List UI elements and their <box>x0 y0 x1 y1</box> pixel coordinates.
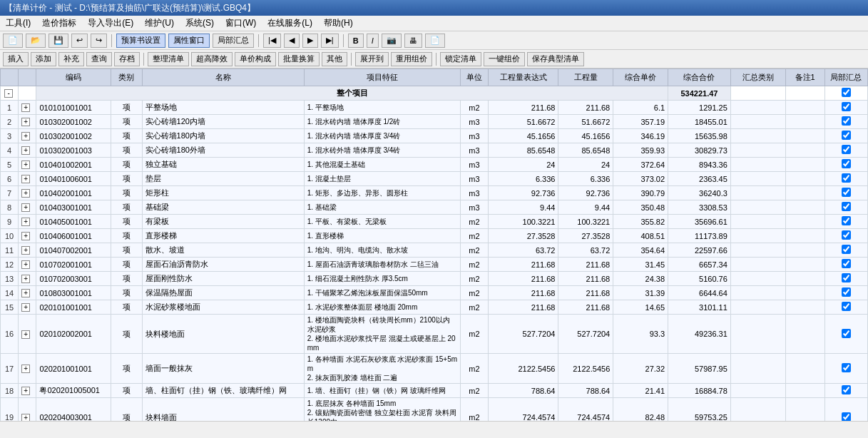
expand-button[interactable]: + <box>21 218 30 226</box>
row-unit-price[interactable]: 357.19 <box>613 115 668 129</box>
menu-item-tools[interactable]: 工具(I) <box>3 16 34 30</box>
row-feature[interactable]: 1. 墙、柱面钉（挂）钢（铁）网 玻璃纤维网 <box>304 384 460 398</box>
row-code[interactable]: 020201001001 <box>36 354 111 384</box>
row-expression[interactable]: 45.1656 <box>488 129 558 143</box>
expand-button[interactable]: + <box>21 103 30 112</box>
expand-to-button[interactable]: 展开到 <box>355 52 389 66</box>
row-total-type[interactable] <box>730 186 785 200</box>
row-code[interactable]: 010702003001 <box>36 272 111 286</box>
row-local-checkbox[interactable] <box>824 101 867 115</box>
row-note[interactable] <box>785 354 824 384</box>
row-feature[interactable]: 1. 屋面石油沥青玻璃胎卷材防水 二毡三油 <box>304 258 460 272</box>
row-code[interactable]: 010302001003 <box>36 143 111 158</box>
row-total-type[interactable] <box>730 315 785 354</box>
row-total-type[interactable] <box>730 258 785 272</box>
row-local-checkbox[interactable] <box>824 143 867 158</box>
nav-prev[interactable]: ◀ <box>284 34 300 48</box>
row-feature[interactable]: 1. 平板、有梁板、无梁板 <box>304 215 460 229</box>
row-note[interactable] <box>785 143 824 158</box>
row-quantity[interactable]: 211.68 <box>558 300 613 315</box>
property-window-button[interactable]: 属性窗口 <box>168 34 210 48</box>
menu-item-cost[interactable]: 造价指标 <box>39 16 79 30</box>
new-button[interactable]: 📄 <box>3 34 23 48</box>
row-quantity[interactable]: 85.6548 <box>558 143 613 158</box>
row-total-type[interactable] <box>730 172 785 186</box>
row-unit-price[interactable]: 24.38 <box>613 272 668 286</box>
row-quantity[interactable]: 211.68 <box>558 272 613 286</box>
row-feature[interactable]: 1. 各种墙面 水泥石灰砂浆底 水泥砂浆面 15+5mm 2. 抹灰面乳胶漆 墙… <box>304 354 460 384</box>
row-name[interactable]: 屋面石油沥青防水 <box>142 258 304 272</box>
row-expression[interactable]: 724.4574 <box>488 398 558 422</box>
row-expression[interactable]: 63.72 <box>488 243 558 258</box>
local-check[interactable] <box>842 259 851 268</box>
menu-item-window[interactable]: 窗口(W) <box>223 16 259 30</box>
row-local-checkbox[interactable] <box>824 315 867 354</box>
row-name[interactable]: 垫层 <box>142 172 304 186</box>
row-name[interactable]: 有梁板 <box>142 215 304 229</box>
row-feature[interactable]: 1. 楼地面陶瓷块料（砖块周长mm）2100以内 水泥砂浆 2. 楼地面水泥砂浆… <box>304 315 460 354</box>
reuse-price-button[interactable]: 重用组价 <box>391 52 432 66</box>
row-unit-price[interactable]: 373.02 <box>613 172 668 186</box>
local-check[interactable] <box>842 230 851 240</box>
row-quantity[interactable]: 211.68 <box>558 101 613 115</box>
local-check[interactable] <box>842 273 851 282</box>
row-expression[interactable]: 92.736 <box>488 186 558 200</box>
row-note[interactable] <box>785 115 824 129</box>
row-name[interactable]: 独立基础 <box>142 158 304 172</box>
unit-compose-button[interactable]: 单价构成 <box>235 52 276 66</box>
local-check[interactable] <box>842 385 851 394</box>
row-unit-price[interactable]: 372.64 <box>613 158 668 172</box>
row-quantity[interactable]: 27.3528 <box>558 229 613 243</box>
row-name[interactable]: 实心砖墙180外墙 <box>142 143 304 158</box>
local-check[interactable] <box>842 188 851 197</box>
local-check[interactable] <box>842 131 851 140</box>
row-local-checkbox[interactable] <box>824 129 867 143</box>
other-button[interactable]: 其他 <box>322 52 347 66</box>
row-unit-price[interactable]: 21.41 <box>613 384 668 398</box>
save-button[interactable]: 💾 <box>48 34 68 48</box>
insert-button[interactable]: 插入 <box>3 52 29 66</box>
expand-button[interactable]: + <box>21 132 30 141</box>
row-code[interactable]: 020102002001 <box>36 315 111 354</box>
row-unit-price[interactable]: 82.48 <box>613 398 668 422</box>
row-code[interactable]: 010401006001 <box>36 172 111 186</box>
batch-replace-button[interactable]: 批量换算 <box>278 52 320 66</box>
nav-first[interactable]: |◀ <box>263 34 281 48</box>
row-expression[interactable]: 9.44 <box>488 200 558 215</box>
row-feature[interactable]: 1. 其他混凝土基础 <box>304 158 460 172</box>
row-code[interactable]: 010405001001 <box>36 215 111 229</box>
group-local-checkbox[interactable] <box>824 86 867 101</box>
row-code[interactable]: 010403001001 <box>36 200 111 215</box>
open-button[interactable]: 📂 <box>26 34 46 48</box>
row-feature[interactable]: 1. 直形楼梯 <box>304 229 460 243</box>
row-feature[interactable]: 1. 底层抹灰 各种墙面 15mm 2. 镶贴陶瓷面砖密缝 独立架柱面 水泥育 … <box>304 398 460 422</box>
row-expression[interactable]: 527.7204 <box>488 315 558 354</box>
row-feature[interactable]: 1. 干铺聚苯乙烯泡沫板屋面保温50mm <box>304 286 460 300</box>
row-feature[interactable]: 1. 混水砖内墙 墙体厚度 3/4砖 <box>304 129 460 143</box>
row-local-checkbox[interactable] <box>824 300 867 315</box>
row-local-checkbox[interactable] <box>824 243 867 258</box>
row-unit-price[interactable]: 14.65 <box>613 300 668 315</box>
row-expression[interactable]: 211.68 <box>488 300 558 315</box>
row-quantity[interactable]: 788.64 <box>558 384 613 398</box>
row-quantity[interactable]: 100.3221 <box>558 215 613 229</box>
row-quantity[interactable]: 9.44 <box>558 200 613 215</box>
row-local-checkbox[interactable] <box>824 286 867 300</box>
row-local-checkbox[interactable] <box>824 200 867 215</box>
row-code[interactable]: 020101001001 <box>36 300 111 315</box>
row-total-type[interactable] <box>730 272 785 286</box>
row-code[interactable]: 010401002001 <box>36 158 111 172</box>
row-expression[interactable]: 51.6672 <box>488 115 558 129</box>
row-quantity[interactable]: 45.1656 <box>558 129 613 143</box>
height-reduce-button[interactable]: 超高降效 <box>191 52 233 66</box>
save-typical-button[interactable]: 保存典型清单 <box>527 52 584 66</box>
row-local-checkbox[interactable] <box>824 398 867 422</box>
row-unit-price[interactable]: 6.1 <box>613 101 668 115</box>
expand-button[interactable]: + <box>21 146 30 155</box>
row-local-checkbox[interactable] <box>824 354 867 384</box>
row-expression[interactable]: 27.3528 <box>488 229 558 243</box>
row-code[interactable]: 010101001001 <box>36 101 111 115</box>
group-collapse-btn[interactable]: - <box>4 89 13 98</box>
row-feature[interactable]: 1. 水泥砂浆整体面层 楼地面 20mm <box>304 300 460 315</box>
row-quantity[interactable]: 2122.5456 <box>558 354 613 384</box>
